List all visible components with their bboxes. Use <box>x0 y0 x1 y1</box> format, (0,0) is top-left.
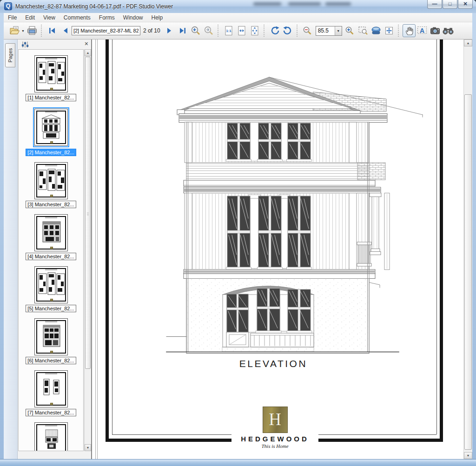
app-icon: Q <box>4 2 12 10</box>
close-button[interactable]: ✕ <box>458 0 473 9</box>
next-view-button[interactable] <box>202 24 215 37</box>
print-button[interactable] <box>26 24 39 37</box>
background-window-hint <box>253 1 353 7</box>
page-name-field[interactable] <box>72 26 140 35</box>
menu-edit[interactable]: Edit <box>21 13 39 22</box>
menu-comments[interactable]: Comments <box>60 13 95 22</box>
next-page-icon <box>166 27 173 34</box>
menu-view[interactable]: View <box>39 13 60 22</box>
thumbnail-page-3[interactable]: [3] Manchester_82... <box>26 162 76 208</box>
elevation-dark-thumb-graphic <box>37 219 66 246</box>
pan-and-zoom-icon <box>384 26 394 36</box>
zoom-in-button[interactable] <box>344 24 357 37</box>
thumbnail-label: [7] Manchester_82... <box>26 409 76 416</box>
app-window: Q Manchester_82-87 Marketing 04-06-17.pd… <box>0 0 476 466</box>
maximize-button[interactable]: □ <box>443 0 457 9</box>
thumbnail-page-6[interactable]: [6] Manchester_82... <box>26 318 76 364</box>
thumbnail-label-selected: [2] Manchester_82... <box>26 149 76 156</box>
thumbnail-scrollbar[interactable]: ▲ ▼ <box>84 49 91 451</box>
previous-view-button[interactable] <box>189 24 202 37</box>
actual-size-button[interactable]: 1:1 <box>222 24 235 37</box>
pages-panel: × <box>18 39 92 459</box>
thumbnail-page-5[interactable]: [5] Manchester_82... <box>26 266 76 312</box>
thumbnail-options-icon[interactable] <box>21 41 29 48</box>
elevation-thumb-graphic <box>37 114 66 141</box>
fit-width-icon <box>237 26 247 36</box>
thumbnail-label: [3] Manchester_82... <box>26 201 76 208</box>
fit-page-button[interactable] <box>248 24 261 37</box>
thumbnail-page-8[interactable]: [8] Manchester_82... <box>26 422 76 451</box>
thumbnail-page-4[interactable]: [4] Manchester_82... <box>26 214 76 260</box>
house-drawing <box>166 77 423 354</box>
first-page-button[interactable] <box>46 24 59 37</box>
hand-tool-icon <box>404 26 414 36</box>
hedgewood-monogram: H <box>263 409 287 430</box>
fit-width-button[interactable] <box>235 24 248 37</box>
camera-icon <box>430 26 441 36</box>
thumbnail-page-2-selected[interactable]: [2] Manchester_82... <box>26 107 76 156</box>
thumbnail-label: [5] Manchester_82... <box>26 305 76 312</box>
loupe-tool-button[interactable] <box>370 24 383 37</box>
panel-close-icon[interactable]: × <box>85 40 88 47</box>
title-bar: Q Manchester_82-87 Marketing 04-06-17.pd… <box>0 0 476 13</box>
window-bottom-edge <box>0 459 476 466</box>
actual-size-icon: 1:1 <box>224 26 234 36</box>
search-button[interactable] <box>442 24 455 37</box>
thumbnail-label: [4] Manchester_82... <box>26 253 76 260</box>
menu-file[interactable]: File <box>4 13 21 22</box>
porch-column <box>370 193 390 270</box>
thumbnail-label: [1] Manchester_82... <box>26 94 76 101</box>
zoom-in-icon <box>345 26 355 36</box>
marquee-zoom-icon <box>358 26 368 36</box>
binoculars-icon <box>442 26 454 36</box>
minimize-button[interactable]: — <box>427 0 442 9</box>
open-button[interactable] <box>7 24 22 37</box>
rotate-clockwise-icon <box>270 26 280 36</box>
rotate-counterclockwise-button[interactable] <box>281 24 294 37</box>
rotate-clockwise-button[interactable] <box>268 24 281 37</box>
zoom-out-icon <box>303 26 312 36</box>
print-icon <box>26 26 38 35</box>
zoom-level-input[interactable] <box>316 26 335 35</box>
actual-size-label: 1:1 <box>226 29 231 33</box>
thumbnail-page-1[interactable]: [1] Manchester_82... <box>26 55 76 101</box>
document-viewport[interactable]: ELEVATION H HEDGEWOOD This is Home <box>92 39 463 459</box>
elevation-partial-thumb-graphic <box>37 427 66 451</box>
thumbnail-scrollbar-thumb[interactable] <box>85 57 91 369</box>
thumbnail-scroll-down-icon[interactable]: ▼ <box>85 444 91 451</box>
open-dropdown-caret[interactable]: ▼ <box>21 29 25 33</box>
hedgewood-logo: H HEDGEWOOD This is Home <box>231 402 318 453</box>
viewport-scrollbar[interactable]: ▲ ▼ <box>463 39 472 459</box>
last-page-button[interactable] <box>176 24 189 37</box>
thumbnail-page-7[interactable]: [7] Manchester_82... <box>26 370 76 416</box>
floor-plan-thumb-graphic <box>37 271 66 298</box>
text-select-icon: A <box>416 26 428 36</box>
hand-tool-button[interactable] <box>403 24 416 37</box>
menu-bar: File Edit View Comments Forms Window Hel… <box>4 13 472 22</box>
zoom-out-button[interactable] <box>301 24 314 37</box>
next-page-button[interactable] <box>163 24 176 37</box>
menu-forms[interactable]: Forms <box>95 13 119 22</box>
menu-help[interactable]: Help <box>147 13 167 22</box>
previous-view-icon <box>191 26 201 36</box>
thumbnail-scroll-up-icon[interactable]: ▲ <box>85 49 91 56</box>
viewport-scrollbar-thumb[interactable] <box>464 94 472 450</box>
last-page-icon <box>178 27 187 34</box>
toolbar: ▼ 2 of 10 <box>4 22 472 39</box>
viewport-scroll-down-icon[interactable]: ▼ <box>464 452 472 459</box>
zoom-dropdown-caret[interactable]: ▼ <box>335 26 342 35</box>
menu-window[interactable]: Window <box>119 13 147 22</box>
marquee-zoom-button[interactable] <box>357 24 370 37</box>
zoom-level-combo[interactable]: ▼ <box>316 26 342 36</box>
text-select-button[interactable]: A <box>416 24 429 37</box>
snapshot-button[interactable] <box>429 24 442 37</box>
pages-tab[interactable]: Pages <box>5 43 15 67</box>
viewport-scroll-up-icon[interactable]: ▲ <box>464 39 472 46</box>
pan-and-zoom-button[interactable] <box>383 24 396 37</box>
floor-plan-pair-thumb-graphic <box>37 375 66 402</box>
pages-tab-label: Pages <box>7 48 13 62</box>
hedgewood-tagline: This is Home <box>231 443 318 449</box>
thumbnail-label: [6] Manchester_82... <box>26 357 76 364</box>
previous-page-button[interactable] <box>59 24 72 37</box>
hedgewood-monogram-square: H <box>263 407 288 433</box>
